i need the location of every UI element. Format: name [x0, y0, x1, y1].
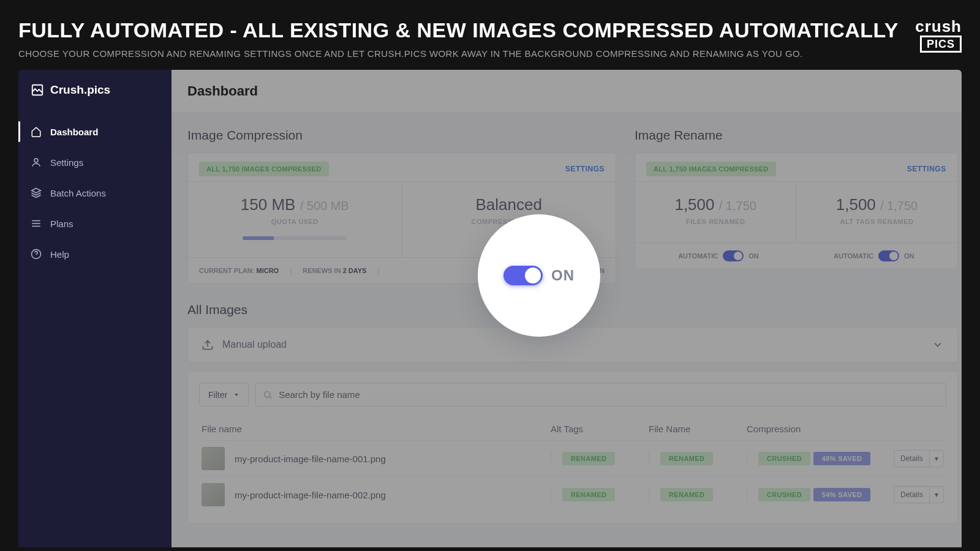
- svg-point-1: [34, 159, 38, 162]
- quota-label: QUOTA USED: [194, 218, 396, 225]
- file-name-text: my-product-image-file-name-001.png: [235, 454, 386, 464]
- search-input[interactable]: [279, 383, 938, 406]
- menu-icon: [31, 218, 42, 229]
- home-icon: [31, 126, 42, 137]
- col-alt-tags: Alt Tags: [551, 424, 643, 434]
- page-title: Dashboard: [172, 70, 962, 113]
- layers-icon: [31, 187, 42, 198]
- rename-section-title: Image Rename: [635, 128, 958, 143]
- compression-settings-link[interactable]: SETTINGS: [565, 165, 605, 173]
- nav-label: Batch Actions: [50, 188, 106, 198]
- caret-down-icon: [233, 392, 239, 398]
- chevron-down-icon: [932, 339, 944, 351]
- svg-line-11: [270, 397, 271, 399]
- thumbnail: [202, 447, 225, 470]
- alt-total: / 1,750: [880, 199, 918, 212]
- plan-name: MICRO: [257, 267, 279, 274]
- saved-badge: 48% SAVED: [813, 452, 871, 465]
- rename-panel: ALL 1,750 IMAGES COMPRESSED SETTINGS 1,5…: [635, 152, 958, 269]
- feature-toggle[interactable]: [503, 266, 543, 285]
- sidebar-brand: Crush.pics: [18, 70, 172, 110]
- svg-point-10: [265, 391, 270, 397]
- feature-toggle-state: ON: [551, 267, 575, 284]
- filename-badge: RENAMED: [660, 452, 713, 465]
- svg-marker-2: [32, 189, 41, 193]
- caret-down-icon: ▾: [929, 487, 943, 503]
- nav-dashboard[interactable]: Dashboard: [18, 116, 172, 147]
- details-button[interactable]: Details ▾: [894, 486, 944, 503]
- brand-logo: crush PICS: [915, 18, 962, 53]
- help-icon: [31, 249, 42, 260]
- header-title: FULLY AUTOMATED - ALL EXISTING & NEW IMA…: [18, 18, 899, 42]
- nav-plans[interactable]: Plans: [18, 208, 172, 239]
- thumbnail: [202, 483, 225, 506]
- nav-label: Dashboard: [50, 127, 98, 137]
- marketing-header: FULLY AUTOMATED - ALL EXISTING & NEW IMA…: [0, 0, 980, 70]
- sidebar: Crush.pics Dashboard Settings Batch Acti…: [18, 70, 172, 547]
- crushed-badge: CRUSHED: [758, 452, 810, 465]
- col-file-name: File name: [202, 424, 545, 434]
- file-name-text: my-product-image-file-name-002.png: [235, 490, 386, 500]
- rename-status-badge: ALL 1,750 IMAGES COMPRESSED: [646, 162, 776, 176]
- files-label: FILES RENAMED: [641, 218, 790, 225]
- svg-marker-9: [235, 394, 238, 396]
- user-icon: [31, 157, 42, 168]
- compression-section-title: Image Compression: [187, 128, 616, 143]
- upload-icon: [202, 339, 214, 351]
- rename-alt-auto-toggle[interactable]: [878, 250, 899, 261]
- alt-value: 1,500: [836, 195, 876, 214]
- caret-down-icon: ▾: [929, 451, 943, 467]
- quota-progress: [243, 236, 347, 240]
- table-row: my-product-image-file-name-002.png RENAM…: [199, 476, 946, 512]
- compression-type-value: Balanced: [409, 195, 610, 214]
- alt-label: ALT TAGS RENAMED: [802, 218, 951, 225]
- search-box[interactable]: [255, 383, 946, 407]
- alt-badge: RENAMED: [562, 488, 615, 501]
- alt-badge: RENAMED: [562, 452, 615, 465]
- details-button[interactable]: Details ▾: [894, 450, 944, 467]
- quota-total: / 500 MB: [300, 199, 349, 212]
- images-list-panel: Filter File name Alt Tags File Name Comp…: [187, 371, 958, 524]
- nav-label: Plans: [50, 219, 74, 229]
- alt-renamed-metric: 1,500 / 1,750 ALT TAGS RENAMED: [796, 181, 957, 242]
- search-icon: [263, 390, 273, 400]
- upload-label: Manual upload: [222, 339, 287, 350]
- table-header: File name Alt Tags File Name Compression: [199, 418, 946, 440]
- nav-label: Settings: [50, 157, 83, 168]
- crushed-badge: CRUSHED: [758, 488, 810, 501]
- rename-settings-link[interactable]: SETTINGS: [907, 165, 946, 173]
- col-file-name2: File Name: [649, 424, 741, 434]
- feature-toggle-callout: ON: [478, 214, 600, 337]
- saved-badge: 54% SAVED: [813, 488, 871, 501]
- nav-help[interactable]: Help: [18, 239, 172, 269]
- quota-metric: 150 MB / 500 MB QUOTA USED: [188, 181, 402, 257]
- files-value: 1,500: [674, 195, 714, 214]
- files-total: / 1,750: [719, 199, 756, 212]
- table-row: my-product-image-file-name-001.png RENAM…: [199, 440, 946, 476]
- nav-batch-actions[interactable]: Batch Actions: [18, 178, 172, 208]
- nav-settings[interactable]: Settings: [18, 147, 172, 178]
- manual-upload-row[interactable]: Manual upload: [187, 327, 958, 362]
- filter-button[interactable]: Filter: [199, 383, 249, 407]
- quota-value: 150 MB: [241, 195, 296, 214]
- renew-value: 2 DAYS: [343, 267, 367, 274]
- rename-files-auto-toggle[interactable]: [723, 250, 744, 261]
- col-compression: Compression: [747, 424, 888, 434]
- filename-badge: RENAMED: [660, 488, 713, 501]
- nav-label: Help: [50, 249, 69, 260]
- files-renamed-metric: 1,500 / 1,750 FILES RENAMED: [635, 181, 796, 242]
- logo-icon: [31, 83, 44, 97]
- compression-status-badge: ALL 1,750 IMAGES COMPRESSED: [199, 162, 329, 176]
- header-subtitle: CHOOSE YOUR COMPRESSION AND RENAMING SET…: [18, 48, 899, 59]
